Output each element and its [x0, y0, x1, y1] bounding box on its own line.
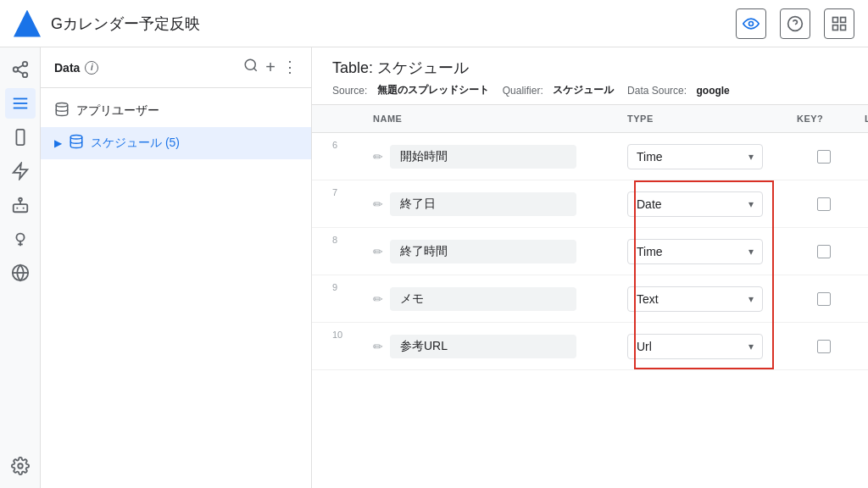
edit-icon-8[interactable]: ✏ [373, 245, 383, 258]
data-panel-actions: + ⋮ [243, 58, 298, 77]
row-7-label-cell [858, 197, 868, 211]
svg-point-32 [70, 136, 82, 140]
topbar-actions [736, 8, 854, 39]
more-options-button[interactable]: ⋮ [282, 58, 298, 77]
row-7-type-select[interactable]: Date ▾ [627, 191, 763, 217]
chevron-down-icon-10: ▾ [748, 341, 754, 352]
svg-rect-3 [833, 17, 838, 22]
row-8-name-input[interactable] [390, 240, 576, 263]
row-6-name-cell: ✏ [366, 138, 620, 175]
row-8-key-checkbox[interactable] [817, 245, 831, 258]
svg-point-28 [18, 463, 23, 469]
database-icon-2 [69, 134, 84, 152]
sidebar-bulb-icon[interactable] [5, 224, 36, 254]
row-8-type-select[interactable]: Time ▾ [627, 239, 763, 264]
row-num-8: 8 [332, 228, 366, 245]
grid-icon-button[interactable] [824, 8, 854, 39]
row-7-name-cell: ✏ [366, 186, 620, 223]
row-9-type-select[interactable]: Text ▾ [627, 286, 763, 312]
data-panel: Data i + ⋮ [41, 47, 312, 488]
data-panel-header: Data i + ⋮ [41, 47, 311, 88]
row-9-type-cell: Text ▾ [620, 280, 790, 319]
row-10-label-cell [858, 340, 868, 353]
svg-marker-17 [13, 164, 27, 179]
row-10-name-cell: ✏ [366, 328, 620, 365]
svg-rect-4 [841, 17, 846, 22]
svg-point-7 [22, 62, 27, 67]
col-header-num [332, 105, 366, 132]
row-7-name-input[interactable] [390, 192, 576, 216]
row-6-key-cell [790, 143, 858, 170]
table-area: Table: スケジュール Source: 無題のスプレッドシート Qualif… [312, 47, 868, 488]
row-8-name-cell: ✏ [366, 233, 620, 270]
source-label: Source: 無題のスプレッドシート [332, 83, 489, 97]
chevron-right-icon: ▶ [54, 137, 62, 149]
sidebar-globe-icon[interactable] [5, 258, 36, 288]
sidebar-mobile-icon[interactable] [5, 122, 36, 152]
row-9-key-cell [790, 286, 858, 313]
svg-rect-5 [833, 25, 838, 30]
datasource-value: google [696, 85, 729, 97]
column-header-row: NAME TYPE KEY? LA [312, 105, 868, 133]
svg-point-8 [13, 67, 18, 72]
help-icon-button[interactable] [780, 8, 810, 39]
row-num-10: 10 [332, 323, 366, 340]
edit-icon-6[interactable]: ✏ [373, 150, 383, 164]
row-10-type-select[interactable]: Url ▾ [627, 334, 763, 359]
row-9-key-checkbox[interactable] [817, 292, 831, 306]
edit-icon-7[interactable]: ✏ [373, 197, 383, 211]
row-6-key-checkbox[interactable] [817, 150, 831, 164]
table-header: Table: スケジュール Source: 無題のスプレッドシート Qualif… [312, 47, 868, 105]
row-num-6: 6 [332, 133, 366, 150]
data-item-app-users[interactable]: アプリユーザー [41, 95, 311, 127]
row-7-type-cell: Date ▾ [620, 185, 790, 224]
eye-icon-button[interactable] [736, 8, 766, 39]
sidebar-bot-icon[interactable] [5, 190, 36, 220]
data-panel-title: Data i [54, 61, 236, 75]
app-logo [14, 10, 41, 37]
row-10-key-cell [790, 333, 858, 360]
chevron-down-icon-6: ▾ [748, 151, 754, 163]
search-data-button[interactable] [243, 58, 259, 77]
row-10-name-input[interactable] [390, 335, 576, 358]
sidebar-nav [0, 47, 41, 488]
chevron-down-icon-8: ▾ [748, 246, 754, 258]
row-7-key-cell [790, 191, 858, 218]
row-9-name-cell: ✏ [366, 280, 620, 318]
row-6-type-select[interactable]: Time ▾ [627, 144, 763, 169]
row-6-label-cell [858, 150, 868, 164]
data-item-schedule[interactable]: ▶ スケジュール (5) [41, 127, 311, 159]
row-num-7: 7 [332, 180, 366, 197]
table-row: 8 ✏ Time ▾ [312, 228, 868, 275]
svg-point-31 [56, 103, 68, 108]
main-area: Data i + ⋮ [0, 47, 868, 488]
sidebar-lightning-icon[interactable] [5, 156, 36, 186]
svg-line-11 [17, 65, 22, 69]
col-header-name: NAME [366, 105, 620, 132]
info-icon[interactable]: i [85, 61, 98, 75]
sidebar-data-icon[interactable] [5, 88, 36, 119]
col-header-label: LA [858, 105, 868, 132]
source-value: 無題のスプレッドシート [377, 83, 489, 97]
row-6-name-input[interactable] [390, 145, 576, 169]
row-9-name-input[interactable] [390, 287, 576, 311]
add-data-button[interactable]: + [265, 58, 275, 77]
row-8-key-cell [790, 238, 858, 265]
sidebar-settings-icon[interactable] [5, 451, 36, 481]
edit-icon-9[interactable]: ✏ [373, 292, 383, 306]
row-10-type-cell: Url ▾ [620, 327, 790, 366]
svg-point-9 [22, 73, 27, 78]
sidebar-connections-icon[interactable] [5, 54, 36, 85]
qualifier-value: スケジュール [553, 83, 614, 97]
topbar: Gカレンダー予定反映 [0, 0, 868, 47]
app-title: Gカレンダー予定反映 [51, 14, 736, 34]
table-row: 10 ✏ Url ▾ [312, 323, 868, 370]
database-icon-1 [54, 102, 70, 120]
svg-rect-15 [16, 130, 24, 145]
columns-table: NAME TYPE KEY? LA 6 ✏ [312, 105, 868, 488]
row-7-key-checkbox[interactable] [817, 197, 831, 211]
svg-rect-6 [841, 25, 846, 30]
row-10-key-checkbox[interactable] [817, 340, 831, 353]
chevron-down-icon-9: ▾ [748, 293, 754, 305]
edit-icon-10[interactable]: ✏ [373, 340, 383, 353]
